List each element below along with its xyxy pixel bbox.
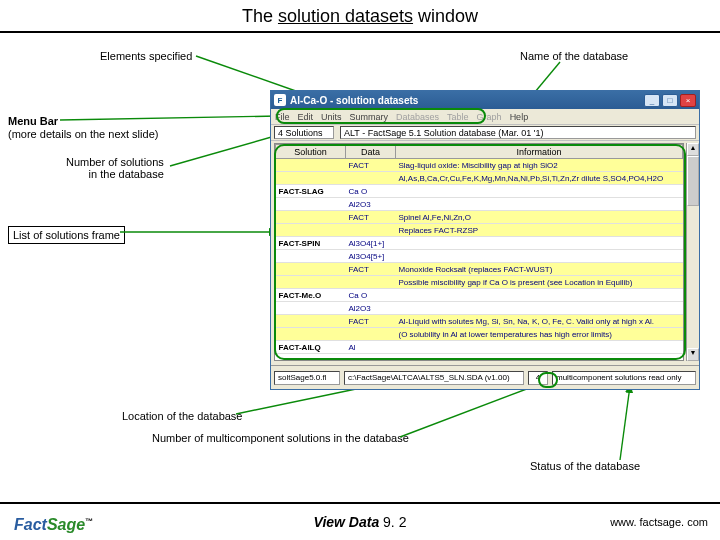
- table-row[interactable]: FACT-SLAGCa O: [276, 185, 683, 198]
- menubar[interactable]: FileEditUnitsSummaryDatabasesTableGraphH…: [271, 109, 699, 125]
- status-file: soltSage5.0.fl: [274, 371, 340, 385]
- table-row[interactable]: Possible miscibility gap if Ca O is pres…: [276, 276, 683, 289]
- annot-menubar-label: Menu Bar: [8, 115, 58, 127]
- statusbar: soltSage5.0.fl c:\FactSage\ALTCA\ALTS5_S…: [271, 365, 699, 389]
- svg-line-6: [400, 384, 540, 437]
- scroll-thumb[interactable]: [687, 156, 699, 206]
- menu-file[interactable]: File: [275, 112, 290, 122]
- annot-menubar-sub: (more details on the next slide): [8, 128, 158, 140]
- menu-units[interactable]: Units: [321, 112, 342, 122]
- annot-nmulti: Number of multicomponent solutions in th…: [152, 432, 409, 444]
- menu-graph[interactable]: Graph: [477, 112, 502, 122]
- table-row[interactable]: Al2O3: [276, 198, 683, 211]
- annot-location-db: Location of the database: [122, 410, 242, 422]
- footer-rule: [0, 502, 720, 504]
- table-row[interactable]: Al,As,B,Ca,Cr,Cu,Fe,K,Mg,Mn,Na,Ni,Pb,Si,…: [276, 172, 683, 185]
- database-name-field: ALT - FactSage 5.1 Solution database (Ma…: [340, 126, 696, 139]
- scroll-up-button[interactable]: ▲: [687, 143, 699, 156]
- table-row[interactable]: (O solubility in Al at lower temperature…: [276, 328, 683, 341]
- status-location: c:\FactSage\ALTCA\ALTS5_SLN.SDA (v1.00): [344, 371, 524, 385]
- status-readonly: multicomponent solutions read only: [552, 371, 696, 385]
- status-multicount: 4: [528, 371, 548, 385]
- table-row[interactable]: FACTSpinel Al,Fe,Ni,Zn,O: [276, 211, 683, 224]
- table-row[interactable]: FACT-Me.OCa O: [276, 289, 683, 302]
- menu-help[interactable]: Help: [510, 112, 529, 122]
- annot-list-frame: List of solutions frame: [8, 226, 125, 244]
- table-row[interactable]: Al2O3: [276, 302, 683, 315]
- svg-line-7: [620, 386, 630, 460]
- table-row[interactable]: FACTMonoxide Rocksalt (replaces FACT-WUS…: [276, 263, 683, 276]
- table-row[interactable]: FACT-AlLQAl: [276, 341, 683, 354]
- window-titlebar[interactable]: F Al-Ca-O - solution datasets _ □ ×: [271, 91, 699, 109]
- svg-line-2: [60, 116, 278, 120]
- table-row[interactable]: Replaces FACT-RZSP: [276, 224, 683, 237]
- title-rule: [0, 31, 720, 33]
- annot-elements-specified: Elements specified: [100, 50, 192, 62]
- table-row[interactable]: Al3O4[5+]: [276, 250, 683, 263]
- annot-db-name: Name of the database: [520, 50, 628, 62]
- vertical-scrollbar[interactable]: ▲ ▼: [686, 143, 699, 361]
- table-row[interactable]: FACTSlag-liquid oxide: Miscibility gap a…: [276, 159, 683, 172]
- info-row: 4 Solutions ALT - FactSage 5.1 Solution …: [271, 125, 699, 141]
- table-row[interactable]: FACT-SPINAl3O4[1+]: [276, 237, 683, 250]
- table-row[interactable]: O: [276, 354, 683, 362]
- svg-line-3: [170, 134, 282, 166]
- slide-title: The solution datasets window: [0, 0, 720, 29]
- table-row[interactable]: FACTAl-Liquid with solutes Mg, Si, Sn, N…: [276, 315, 683, 328]
- footer-url[interactable]: www. factsage. com: [610, 516, 708, 528]
- app-window: F Al-Ca-O - solution datasets _ □ × File…: [270, 90, 700, 390]
- minimize-button[interactable]: _: [644, 94, 660, 107]
- window-title: Al-Ca-O - solution datasets: [290, 95, 644, 106]
- col-header-information[interactable]: Information: [396, 145, 683, 159]
- annot-nsolutions: Number of solutions in the database: [66, 156, 164, 180]
- col-header-solution[interactable]: Solution: [276, 145, 346, 159]
- col-header-data[interactable]: Data: [346, 145, 396, 159]
- maximize-button[interactable]: □: [662, 94, 678, 107]
- annot-status-db: Status of the database: [530, 460, 640, 472]
- scroll-down-button[interactable]: ▼: [687, 348, 699, 361]
- solution-count-field: 4 Solutions: [274, 126, 334, 139]
- app-icon: F: [274, 94, 286, 106]
- close-button[interactable]: ×: [680, 94, 696, 107]
- menu-summary[interactable]: Summary: [350, 112, 389, 122]
- solutions-grid[interactable]: Solution Data Information FACTSlag-liqui…: [274, 143, 684, 361]
- menu-databases[interactable]: Databases: [396, 112, 439, 122]
- menu-edit[interactable]: Edit: [298, 112, 314, 122]
- menu-table[interactable]: Table: [447, 112, 469, 122]
